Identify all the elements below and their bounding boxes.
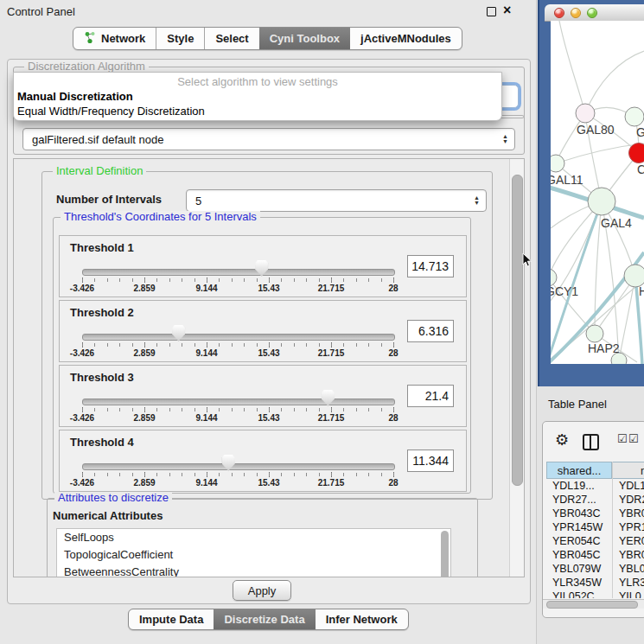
cell-shared-name[interactable]: YBR043C [546,507,612,520]
slider-tick-labels: -3.4262.8599.14415.4321.71528 [82,284,394,294]
window-title: Control Panel [0,5,75,18]
attribute-list-item[interactable]: TopologicalCoefficient [57,546,450,564]
tab-discretize-data[interactable]: Discretize Data [214,609,315,629]
menu-item-equal-width-frequency[interactable]: Equal Width/Frequency Discretization [17,105,205,118]
tab-label: Network [101,32,145,45]
tab-select[interactable]: Select [204,28,258,49]
slider-tick-label: 28 [367,413,419,423]
cell-shared-name[interactable]: YDL19... [546,480,612,492]
attribute-list-item[interactable]: SelfLoops [57,529,450,546]
threshold-3-slider-track[interactable] [82,399,395,405]
close-traffic-light-icon[interactable] [554,8,564,18]
threshold-2-value-field[interactable]: 6.316 [407,320,454,342]
scrollpane-scrollbar-track[interactable] [509,159,524,577]
tab-jactivemnodules[interactable]: jActiveMNodules [350,28,462,49]
cell-shared-name[interactable]: YBR045C [546,549,612,561]
table-data-combobox[interactable]: galFiltered.sif default node ▲▼ [22,128,515,150]
table-row[interactable]: YLR345WYLR3 [546,576,644,590]
cell-name[interactable]: YPR1 [612,521,644,533]
cell-name[interactable]: YIL0 [612,590,644,598]
cell-shared-name[interactable]: YPR145W [546,521,612,533]
minimize-traffic-light-icon[interactable] [571,8,581,18]
slider-tick-label: 28 [367,348,419,358]
discretization-algorithm-group-label: Discretization Algorithm [24,61,149,73]
threshold-2-panel: Threshold 2 -3.4262.8599.14415.4321.7152… [59,300,467,362]
cell-shared-name[interactable]: YBL079W [546,563,612,575]
horizontal-scrollbar-thumb[interactable] [546,601,638,609]
column-header-name[interactable]: n [612,462,644,479]
node-gal-partial[interactable] [625,107,644,126]
tab-network[interactable]: Network [73,28,156,49]
node-label-hap2: HAP2 [588,341,620,355]
list-scrollbar-thumb[interactable] [441,531,449,577]
cell-shared-name[interactable]: YER054C [546,535,612,547]
zoom-traffic-light-icon[interactable] [587,8,597,18]
table-row[interactable]: YDL19...YDL1 [546,479,644,493]
tab-style[interactable]: Style [156,28,204,49]
menu-item-manual-discretization[interactable]: Manual Discretization [17,90,133,103]
tab-label: Infer Network [326,613,398,626]
node-label-gal11: GAL11 [551,173,583,187]
number-of-intervals-combobox[interactable]: 5 ▲▼ [186,189,487,212]
cyni-toolbox-panel: Discretization Algorithm Select algorith… [7,59,531,604]
float-window-icon[interactable] [487,7,496,16]
tab-cyni-toolbox[interactable]: Cyni Toolbox [259,28,350,49]
table-panel: ⚙ ☑ ☑ shared... n YDL19...YDL1YDR27...YD… [542,421,644,618]
apply-button[interactable]: Apply [233,580,291,601]
attribute-list-item[interactable]: BetweennessCentrality [57,564,450,577]
table-row[interactable]: YBR043CYBR0 [546,507,644,520]
cell-shared-name[interactable]: YDR27... [546,494,612,506]
horizontal-scrollbar-track[interactable] [543,599,644,609]
network-window-titlebar [545,4,644,22]
split-view-icon[interactable] [583,434,599,450]
table-row[interactable]: YIL052CYIL0 [546,590,644,598]
table-row[interactable]: YER054CYER0 [546,534,644,548]
threshold-3-value-field[interactable]: 21.4 [407,385,454,407]
checkbox-icon[interactable]: ☑ [628,432,639,445]
cell-shared-name[interactable]: YLR345W [546,577,612,589]
checkbox-icon[interactable]: ☑ [617,432,628,445]
node-hap2[interactable] [586,325,603,342]
slider-tick-labels: -3.4262.8599.14415.4321.71528 [82,348,394,359]
table-row[interactable]: YBL079WYBL0 [546,562,644,576]
node-gal80[interactable] [576,104,595,123]
cell-name[interactable]: YBL0 [612,563,644,575]
node-gal4[interactable] [588,188,615,215]
threshold-4-slider-track[interactable] [82,463,395,470]
slider-tick-label: 9.144 [181,478,233,488]
cell-name[interactable]: YBR0 [612,507,644,520]
node-gal11[interactable] [551,155,564,172]
tab-label: Style [167,32,194,45]
tab-label: Cyni Toolbox [270,32,340,45]
close-icon[interactable]: × [503,3,511,18]
node-red-selected[interactable] [629,143,644,163]
tab-impute-data[interactable]: Impute Data [129,609,214,629]
numerical-attributes-heading: Numerical Attributes [53,509,163,522]
cell-name[interactable]: YDR2 [612,494,644,506]
cell-name[interactable]: YER0 [612,535,644,547]
table-row[interactable]: YBR045CYBR0 [546,548,644,562]
cell-shared-name[interactable]: YIL052C [546,590,612,598]
threshold-1-slider-track[interactable] [82,269,395,276]
threshold-2-slider-track[interactable] [82,334,395,341]
cell-name[interactable]: YLR3 [612,577,644,589]
gear-icon[interactable]: ⚙ [555,430,569,450]
slider-tick-label: 2.859 [118,284,170,293]
table-row[interactable]: YDR27...YDR2 [546,493,644,507]
node-gcy1[interactable] [551,269,557,286]
node-label-gal80: GAL80 [577,123,615,137]
column-header-shared-name[interactable]: shared... [546,462,612,479]
network-view-window: GAL80 GA C GAL11 GAL4 GCY1 H HAP2 [538,0,644,386]
cell-name[interactable]: YDL1 [612,480,644,492]
threshold-1-value-field[interactable]: 14.713 [407,255,454,277]
algorithm-hint-text: Select algorithm to view settings [14,75,501,88]
cell-name[interactable]: YBR0 [612,549,644,561]
threshold-4-value-field[interactable]: 11.344 [407,450,454,472]
network-canvas[interactable]: GAL80 GA C GAL11 GAL4 GCY1 H HAP2 [551,21,644,364]
table-row[interactable]: YPR145WYPR1 [546,520,644,534]
scrollpane-scrollbar-thumb[interactable] [512,175,523,486]
table-body: YDL19...YDL1YDR27...YDR2YBR043CYBR0YPR14… [546,479,644,598]
threshold-1-label: Threshold 1 [70,241,134,254]
slider-tick-label: 2.859 [118,348,170,358]
tab-infer-network[interactable]: Infer Network [316,609,408,629]
